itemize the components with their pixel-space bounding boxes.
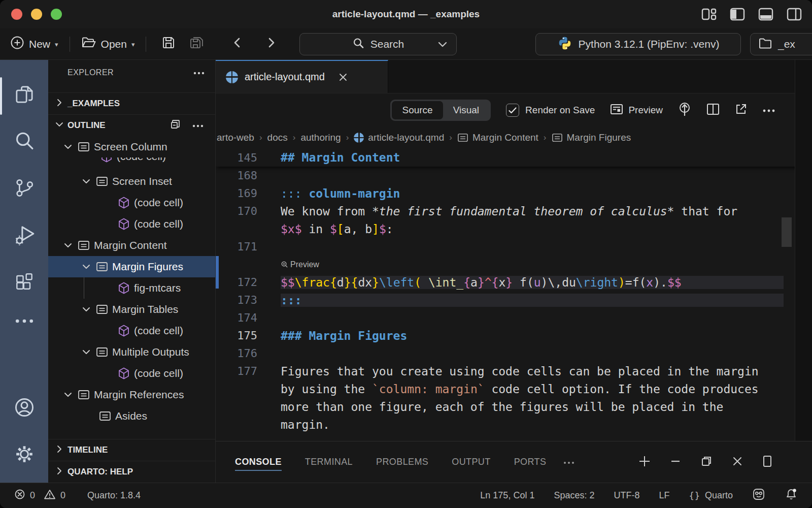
section-timeline[interactable]: TIMELINE [48, 439, 215, 461]
activity-item-source-control[interactable] [0, 166, 48, 212]
search-box[interactable]: Search [299, 33, 457, 55]
code-line[interactable]: 177Figures that you create using code ce… [216, 362, 812, 380]
close-panel-icon[interactable] [732, 456, 743, 469]
section-examples[interactable]: _EXAMPLES [48, 92, 215, 114]
cursor-position-status[interactable]: Ln 175, Col 1 [480, 490, 534, 501]
breadcrumb-item[interactable]: article-layout.qmd [354, 132, 444, 143]
breadcrumb-item[interactable]: docs [267, 132, 288, 143]
chevron-down-icon[interactable] [81, 346, 92, 358]
outline-item-code-cell[interactable]: (code cell) [48, 157, 215, 171]
code-line[interactable]: Preview [216, 256, 812, 273]
code-line[interactable]: $x$ in $[a, b]$: [216, 220, 812, 238]
code-line[interactable]: 171 [216, 238, 812, 256]
outline-item-asides[interactable]: Asides [48, 405, 215, 427]
customize-layout-icon[interactable] [701, 8, 717, 21]
code-line[interactable]: 168 [216, 167, 812, 184]
encoding-status[interactable]: UTF-8 [614, 490, 639, 501]
code-line[interactable]: 169::: column-margin [216, 184, 812, 202]
open-external-icon[interactable] [735, 103, 747, 117]
toggle-secondary-sidebar-icon[interactable] [787, 8, 802, 21]
open-button[interactable]: Open ▾ [81, 36, 135, 52]
workspace-selector[interactable]: _ex [750, 33, 812, 55]
maximize-panel-icon[interactable] [762, 455, 772, 470]
chevron-down-icon[interactable] [62, 141, 74, 152]
outline-item-margin-figures[interactable]: Margin Figures [48, 256, 215, 277]
eol-status[interactable]: LF [659, 490, 669, 501]
breadcrumb-item[interactable]: Margin Content [457, 132, 538, 143]
more-actions-icon[interactable] [762, 106, 775, 115]
scrollbar-thumb[interactable] [782, 217, 792, 247]
outline-item-margin-references[interactable]: Margin References [48, 384, 215, 405]
restore-panel-icon[interactable] [700, 455, 713, 469]
close-window-button[interactable] [11, 9, 22, 20]
activity-item-account[interactable] [0, 385, 48, 432]
chevron-down-icon[interactable] [62, 389, 74, 400]
more-actions-icon[interactable] [192, 120, 204, 131]
panel-tab-terminal[interactable]: TERMINAL [305, 457, 353, 467]
outline-item-screen-inset[interactable]: Screen Inset [48, 171, 215, 192]
preview-button[interactable]: Preview [610, 103, 663, 118]
toggle-panel-icon[interactable] [758, 8, 773, 21]
outline-item-margin-tables[interactable]: Margin Tables [48, 299, 215, 320]
visual-mode-button[interactable]: Visual [443, 101, 489, 119]
chevron-down-icon[interactable] [81, 304, 92, 315]
new-button[interactable]: New ▾ [10, 36, 58, 52]
math-preview-hint[interactable]: Preview [281, 260, 319, 269]
outline-item-screen-column[interactable]: Screen Column [48, 136, 215, 157]
code-line[interactable]: more than one figure, each of the figure… [216, 398, 812, 416]
activity-item-explorer[interactable] [0, 72, 48, 119]
code-line[interactable]: 172$$\frac{d}{dx}\left( \int_{a}^{x} f(u… [216, 273, 812, 291]
outline-item-fig-mtcars[interactable]: fig-mtcars [48, 277, 215, 299]
navigate-back-icon[interactable] [231, 35, 243, 53]
panel-tab-problems[interactable]: PROBLEMS [376, 457, 428, 467]
activity-item-search[interactable] [0, 119, 48, 166]
panel-tab-console[interactable]: CONSOLE [235, 457, 282, 471]
chevron-down-icon[interactable] [81, 261, 92, 272]
code-line-current[interactable]: 175### Margin Figures [216, 327, 812, 344]
panel-tab-ports[interactable]: PORTS [514, 457, 547, 467]
chevron-down-icon[interactable] [81, 176, 92, 187]
problems-status[interactable]: 0 0 [14, 489, 65, 502]
publish-icon[interactable] [678, 102, 691, 119]
activity-item-run-debug[interactable] [0, 212, 48, 259]
save-all-icon[interactable] [189, 36, 204, 52]
outline-item-code-cell[interactable]: (code cell) [48, 192, 215, 213]
panel-tab-output[interactable]: OUTPUT [452, 457, 490, 467]
more-actions-icon[interactable] [193, 68, 205, 77]
outline-item-code-cell[interactable]: (code cell) [48, 213, 215, 235]
quarto-version-status[interactable]: Quarto: 1.8.4 [87, 490, 141, 501]
outline-item-code-cell[interactable]: (code cell) [48, 363, 215, 384]
navigate-forward-icon[interactable] [266, 35, 277, 53]
interpreter-selector[interactable]: Python 3.12.1 (PipEnv: .venv) [535, 33, 741, 55]
more-panel-tabs-icon[interactable] [563, 458, 574, 467]
notifications-bell-icon[interactable] [785, 488, 798, 503]
activity-item-gear[interactable] [0, 432, 48, 479]
language-mode-status[interactable]: {} Quarto [689, 490, 733, 501]
breadcrumb-item[interactable]: authoring [300, 132, 341, 143]
breadcrumb-item[interactable]: Margin Figures [552, 132, 631, 143]
section-quarto-help[interactable]: QUARTO: HELP [48, 461, 215, 483]
minimize-panel-icon[interactable] [670, 455, 681, 469]
activity-item-extensions[interactable] [0, 259, 48, 306]
split-editor-icon[interactable] [706, 103, 720, 117]
close-tab-icon[interactable] [339, 73, 348, 82]
feedback-icon[interactable] [752, 488, 765, 503]
collapse-all-icon[interactable] [170, 118, 182, 133]
toggle-sidebar-icon[interactable] [730, 8, 745, 21]
code-line[interactable]: 173::: [216, 291, 812, 309]
source-mode-button[interactable]: Source [392, 101, 443, 119]
code-line[interactable]: by using the `column: margin` code cell … [216, 380, 812, 398]
save-icon[interactable] [161, 36, 176, 52]
checkbox-checked-icon[interactable] [506, 104, 519, 117]
code-line[interactable]: 176 [216, 344, 812, 362]
chevron-down-icon[interactable] [62, 240, 74, 251]
plus-icon[interactable] [638, 455, 651, 469]
sticky-scroll-line[interactable]: 145 ## Margin Content [216, 148, 812, 167]
code-line[interactable]: 170We know from *the first fundamental t… [216, 202, 812, 220]
render-on-save-option[interactable]: Render on Save [506, 104, 595, 117]
outline-item-margin-content[interactable]: Margin Content [48, 235, 215, 256]
outline-item-multiple-outputs[interactable]: Multiple Outputs [48, 341, 215, 363]
minimize-window-button[interactable] [31, 9, 42, 20]
tab-article-layout[interactable]: article-layout.qmd [216, 60, 388, 93]
outline-item-code-cell[interactable]: (code cell) [48, 320, 215, 341]
